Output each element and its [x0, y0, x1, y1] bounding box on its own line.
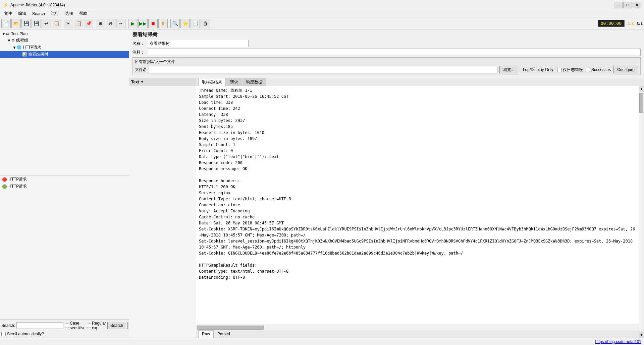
tree-label-threadgroup: 线程组	[16, 38, 28, 43]
tree-label-httprequest: HTTP请求	[23, 45, 41, 50]
toolbar-stop[interactable]: ⏹	[148, 19, 158, 28]
toolbar-new[interactable]: 📄	[1, 19, 11, 28]
toolbar-templates[interactable]: 📋	[52, 19, 61, 28]
scroll-auto-checkbox[interactable]	[1, 332, 6, 336]
toolbar-cut[interactable]: ✂	[64, 19, 73, 28]
left-panel: ▼ 🗂 Test Plan ▼ ⚙ 线程组 ▼ 🌐 HTTP请求 📊 察看结果树	[0, 29, 129, 338]
toolbar-saveas[interactable]: 💾	[32, 19, 41, 28]
errors-checkbox[interactable]	[557, 68, 561, 72]
toolbar-start[interactable]: ▶	[128, 19, 138, 28]
toolbar: 📄 📂 💾 💾 ↩ 📋 ✂ 📋 📌 ⊕ ⊖ ↔ ▶ ▶▶ ⏹ ⏸ 🔍 ⭐ 📑 🗑…	[0, 17, 644, 29]
bottom-tabs: Raw Parsed	[196, 330, 639, 338]
response-tabs: 取样器结果 请求 响应数据	[196, 78, 268, 86]
text-column-arrow[interactable]: ▼	[141, 80, 144, 84]
toolbar-clear[interactable]: 📑	[191, 19, 200, 28]
case-sensitive-checkbox[interactable]	[65, 324, 69, 328]
successes-checkbox[interactable]	[586, 68, 590, 72]
tree-area: ▼ 🗂 Test Plan ▼ ⚙ 线程组 ▼ 🌐 HTTP请求 📊 察看结果树	[0, 29, 129, 176]
search-panel: Search: Case sensitive Regular exp. Sear…	[0, 319, 129, 338]
file-input[interactable]	[149, 66, 497, 73]
text-column-label: Text	[131, 80, 139, 84]
tree-node-testplan[interactable]: ▼ 🗂 Test Plan	[0, 31, 129, 37]
testplan-icon: 🗂	[6, 32, 10, 36]
file-label: 文件名	[135, 67, 147, 73]
file-section: 所有数据写入一个文件 文件名 浏览... Log/Display Only: 仅…	[132, 57, 641, 75]
successes-option[interactable]: Successes	[586, 67, 611, 72]
menu-file[interactable]: 文件	[1, 10, 15, 17]
search-row: Search: Case sensitive Regular exp. Sear…	[1, 321, 127, 330]
menu-edit[interactable]: 编辑	[15, 10, 29, 17]
list-item-error-label: HTTP请求	[8, 177, 27, 182]
expand-icon: ▼	[1, 31, 6, 36]
search-button[interactable]: Search	[107, 322, 126, 329]
scroll-up-btn[interactable]: ▲	[639, 86, 644, 92]
title-bar-controls: ─ □ ✕	[614, 2, 641, 8]
file-row: 文件名 浏览... Log/Display Only: 仅日志错误 Succes…	[135, 66, 638, 73]
search-input[interactable]	[16, 322, 63, 329]
timer-display: 00:00:00	[598, 20, 625, 27]
regex-label[interactable]: Regular exp.	[87, 321, 106, 330]
h-scroll-thumb[interactable]	[197, 326, 264, 330]
log-display-label: Log/Display Only:	[523, 67, 554, 72]
status-url[interactable]: https://blog.csdn.net/d101	[595, 339, 641, 344]
tab-raw[interactable]: Raw	[198, 330, 214, 338]
panel-title: 察看结果树	[132, 31, 641, 38]
expand-icon-thread: ▼	[7, 38, 11, 43]
toolbar-expand[interactable]: ⊕	[96, 19, 105, 28]
configure-button[interactable]: Configure	[613, 66, 638, 73]
success-icon: 🟢	[2, 184, 7, 189]
vertical-scrollbar[interactable]: ▲ ▼	[639, 86, 644, 338]
name-input[interactable]	[148, 40, 249, 47]
toolbar-save[interactable]: 💾	[21, 19, 31, 28]
threadgroup-icon: ⚙	[11, 38, 15, 43]
response-content: Thread Name: 线程组 1-1 Sample Start: 2018-…	[196, 86, 639, 325]
toolbar-startnopauses[interactable]: ▶▶	[138, 19, 148, 28]
content-split: Thread Name: 线程组 1-1 Sample Start: 2018-…	[129, 86, 644, 338]
status-bar: https://blog.csdn.net/d101	[0, 338, 644, 345]
list-item-success[interactable]: 🟢 HTTP请求	[0, 183, 129, 190]
toolbar-revert[interactable]: ↩	[42, 19, 51, 28]
tab-request[interactable]: 请求	[226, 78, 242, 86]
title-bar-left: ⚡ Apache JMeter (4.0 r1823414)	[3, 2, 65, 8]
minimize-button[interactable]: ─	[614, 2, 623, 8]
tab-parsed[interactable]: Parsed	[214, 330, 234, 338]
scroll-down-btn[interactable]: ▼	[639, 332, 644, 338]
name-label: 名称：	[132, 41, 146, 47]
close-button[interactable]: ✕	[633, 2, 641, 8]
comment-row: 注释：	[132, 49, 641, 56]
tab-sampler-result[interactable]: 取样器结果	[198, 78, 226, 86]
toolbar-right: 00:00:00 ⚠ 0 0/1	[598, 20, 643, 27]
menu-run[interactable]: 运行	[48, 10, 62, 17]
scroll-thumb[interactable]	[639, 93, 643, 113]
toolbar-paste[interactable]: 📌	[84, 19, 93, 28]
toolbar-toggle[interactable]: ↔	[116, 19, 125, 28]
toolbar-collapse[interactable]: ⊖	[106, 19, 115, 28]
comment-label: 注释：	[132, 50, 146, 55]
tree-node-threadgroup[interactable]: ▼ ⚙ 线程组	[0, 37, 129, 44]
browse-button[interactable]: 浏览...	[499, 66, 518, 73]
tree-node-resulttree[interactable]: 📊 察看结果树	[0, 51, 129, 58]
toolbar-clearall[interactable]: 🗑	[201, 19, 210, 28]
toolbar-shutdown[interactable]: ⏸	[158, 19, 168, 28]
list-item-error[interactable]: 🔴 HTTP请求	[0, 176, 129, 183]
case-sensitive-label[interactable]: Case sensitive	[65, 321, 86, 330]
horizontal-scrollbar[interactable]	[196, 325, 639, 330]
tab-response-data[interactable]: 响应数据	[243, 78, 266, 86]
menu-help[interactable]: 帮助	[76, 10, 90, 17]
maximize-button[interactable]: □	[623, 2, 632, 8]
main-area: ▼ 🗂 Test Plan ▼ ⚙ 线程组 ▼ 🌐 HTTP请求 📊 察看结果树	[0, 29, 644, 338]
menu-options[interactable]: 选项	[62, 10, 76, 17]
errors-option[interactable]: 仅日志错误	[557, 67, 583, 73]
page-indicator: 0/1	[637, 21, 643, 26]
tree-node-httprequest[interactable]: ▼ 🌐 HTTP请求	[0, 44, 129, 51]
toolbar-remote-stop[interactable]: ⭐	[180, 19, 190, 28]
resulttree-icon: 📊	[22, 52, 27, 57]
title-bar: ⚡ Apache JMeter (4.0 r1823414) ─ □ ✕	[0, 0, 644, 10]
menu-search[interactable]: Search	[30, 11, 48, 17]
regex-checkbox[interactable]	[87, 324, 91, 328]
toolbar-copy[interactable]: 📋	[74, 19, 83, 28]
toolbar-open[interactable]: 📂	[11, 19, 21, 28]
comment-input[interactable]	[148, 49, 641, 56]
toolbar-remote-start[interactable]: 🔍	[170, 19, 180, 28]
error-icon: 🔴	[2, 177, 7, 182]
